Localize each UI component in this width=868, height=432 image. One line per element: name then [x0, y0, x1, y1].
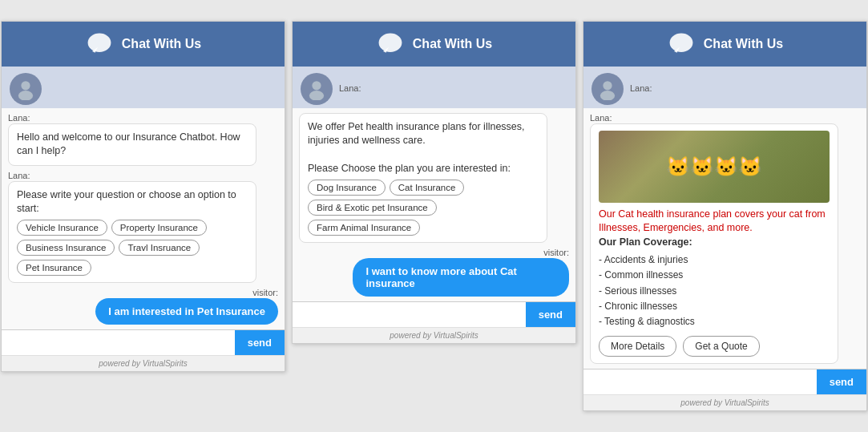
visitor-text-2: I want to know more about Cat insurance [365, 265, 517, 289]
visitor-msg-group-1: visitor: I am interested in Pet Insuranc… [8, 288, 278, 325]
svg-point-4 [378, 33, 402, 51]
bot-sender-label-2: Lana: [8, 171, 278, 180]
widget-3-chat-body[interactable]: Lana: Our Cat health insurance plan cove… [583, 108, 866, 369]
widget-1-footer-text: powered by VirtualSpirits [99, 359, 187, 368]
bot-text-2: Please write your question or choose an … [17, 189, 236, 215]
bot-text-3b: Please Choose the plan you are intereste… [308, 163, 511, 174]
avatar-icon-3 [591, 73, 624, 105]
svg-point-2 [21, 81, 30, 90]
more-details-button[interactable]: More Details [599, 336, 676, 357]
bot-bubble-cat: Our Cat health insurance plan covers you… [590, 123, 838, 364]
widget-2-send-button[interactable]: send [526, 302, 575, 327]
visitor-text-1: I am interested in Pet Insurance [108, 305, 265, 317]
widget-1-avatar-area [2, 67, 285, 108]
chat-widgets-container: Chat With Us Lana: Hello and welcome to … [0, 13, 868, 419]
svg-point-8 [669, 33, 692, 51]
bot-bubble-3: We offer Pet health insurance plans for … [299, 113, 547, 243]
widget-3-title: Chat With Us [704, 37, 783, 51]
bot-bubble-2: Please write your question or choose an … [8, 181, 256, 283]
widget-3-input-area: send [583, 369, 866, 394]
option-travel-insurance[interactable]: Travl Insruance [119, 240, 200, 256]
chat-widget-1: Chat With Us Lana: Hello and welcome to … [1, 21, 285, 372]
chat-widget-2: Chat With Us Lana: We offer Pet health i… [292, 21, 576, 344]
widget-1-input[interactable] [2, 330, 235, 355]
widget-3-send-button[interactable]: send [817, 369, 866, 394]
action-buttons: More Details Get a Quote [599, 336, 830, 357]
coverage-list: - Accidents & injuries - Common illnesse… [599, 252, 830, 329]
coverage-item-5: - Testing & diagnostics [599, 314, 830, 329]
cat-red-text: Our Cat health insurance plan covers you… [599, 208, 826, 234]
widget-2-footer: powered by VirtualSpirits [293, 327, 575, 343]
widget-2-chat-body[interactable]: We offer Pet health insurance plans for … [293, 108, 575, 301]
widget-3-lana-label: Lana: [630, 83, 652, 93]
chat-icon-1 [85, 30, 114, 59]
option-property-insurance[interactable]: Property Insurance [111, 220, 207, 236]
coverage-item-4: - Chronic illnesses [599, 299, 830, 314]
visitor-msg-group-2: visitor: I want to know more about Cat i… [299, 248, 569, 297]
coverage-item-2: - Common illnesses [599, 268, 830, 283]
get-a-quote-button[interactable]: Get a Quote [683, 336, 759, 357]
option-business-insurance[interactable]: Business Insurance [17, 240, 115, 256]
bot-sender-label-cat: Lana: [590, 113, 860, 123]
bot-text-1: Hello and welcome to our Insurance Chatb… [17, 131, 240, 157]
widget-2-avatar-area: Lana: [293, 67, 575, 108]
widget-2-input[interactable] [293, 302, 526, 327]
widget-1-footer: powered by VirtualSpirits [2, 355, 285, 371]
widget-2-input-area: send [293, 301, 575, 327]
option-buttons-1: Vehicle Insurance Property Insurance Bus… [17, 220, 248, 276]
visitor-bubble-2: I want to know more about Cat insurance [353, 258, 569, 297]
option-bird-exotic-insurance[interactable]: Bird & Exotic pet Insurance [308, 200, 437, 216]
widget-2-title: Chat With Us [413, 37, 492, 51]
bot-msg-group-2: Lana: Please write your question or choo… [8, 171, 278, 283]
chat-header-2: Chat With Us [293, 22, 575, 67]
chat-icon-3 [667, 30, 696, 59]
visitor-label-2: visitor: [543, 248, 569, 257]
avatar-icon-2 [301, 73, 333, 105]
option-vehicle-insurance[interactable]: Vehicle Insurance [17, 220, 107, 236]
svg-point-7 [309, 91, 324, 100]
bot-msg-group-3: We offer Pet health insurance plans for … [299, 113, 569, 243]
bot-text-3a: We offer Pet health insurance plans for … [308, 121, 525, 147]
bot-msg-group-cat: Lana: Our Cat health insurance plan cove… [590, 113, 860, 364]
widget-3-avatar-area: Lana: [583, 67, 866, 108]
widget-1-title: Chat With Us [122, 37, 201, 51]
avatar-svg-2 [305, 78, 328, 100]
cat-coverage-title: Our Plan Coverage: [599, 236, 692, 248]
option-cat-insurance[interactable]: Cat Insurance [390, 180, 465, 196]
svg-point-0 [87, 33, 111, 51]
widget-3-input[interactable] [583, 369, 817, 394]
widget-1-send-button[interactable]: send [235, 330, 285, 355]
svg-point-10 [603, 81, 612, 90]
widget-3-footer-text: powered by VirtualSpirits [680, 398, 769, 407]
visitor-label-1: visitor: [252, 288, 278, 297]
bot-msg-group-1: Lana: Hello and welcome to our Insurance… [8, 113, 278, 166]
widget-1-chat-body[interactable]: Lana: Hello and welcome to our Insurance… [2, 108, 285, 329]
chat-icon-2 [376, 30, 405, 59]
chat-header-1: Chat With Us [2, 22, 285, 67]
chat-widget-3: Chat With Us Lana: Lana: Our Cat health … [583, 21, 867, 411]
bot-sender-label-1: Lana: [8, 113, 278, 123]
cat-image [599, 131, 830, 203]
avatar-svg-3 [596, 78, 619, 100]
visitor-bubble-1: I am interested in Pet Insurance [95, 298, 278, 325]
widget-3-footer: powered by VirtualSpirits [583, 394, 866, 410]
widget-1-input-area: send [2, 329, 285, 355]
svg-point-11 [600, 91, 615, 100]
option-dog-insurance[interactable]: Dog Insurance [308, 180, 386, 196]
widget-2-lana-label: Lana: [339, 83, 361, 93]
coverage-item-1: - Accidents & injuries [599, 252, 830, 268]
coverage-item-3: - Serious illnesses [599, 284, 830, 299]
option-pet-insurance[interactable]: Pet Insurance [17, 260, 91, 276]
option-farm-animal-insurance[interactable]: Farm Animal Insurance [308, 220, 420, 236]
svg-point-6 [312, 81, 321, 90]
svg-point-3 [18, 91, 33, 100]
chat-header-3: Chat With Us [583, 22, 866, 67]
bot-bubble-1: Hello and welcome to our Insurance Chatb… [8, 123, 256, 166]
widget-2-footer-text: powered by VirtualSpirits [390, 331, 478, 340]
avatar-icon-1 [10, 73, 42, 105]
option-buttons-2: Dog Insurance Cat Insurance Bird & Exoti… [308, 180, 539, 236]
avatar-svg-1 [14, 78, 37, 100]
